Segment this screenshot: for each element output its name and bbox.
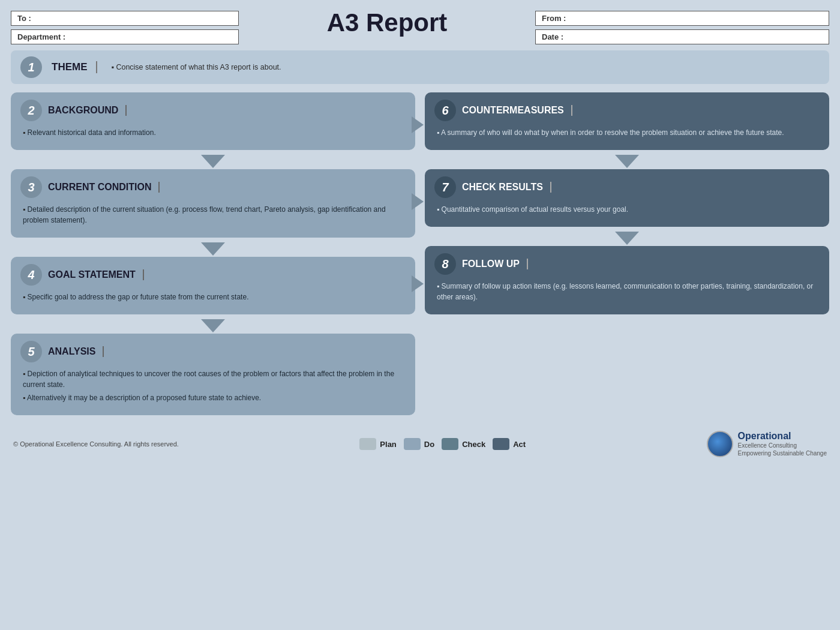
goal-statement-header: 4 GOAL STATEMENT <box>20 264 406 286</box>
do-label: Do <box>424 440 434 449</box>
follow-up-panel: 8 FOLLOW UP Summary of follow up action … <box>425 246 829 314</box>
to-label: To : <box>17 14 31 23</box>
header-right: From : Date : <box>535 11 829 44</box>
right-arrow-1 <box>412 116 424 133</box>
check-results-wrapper: 7 CHECK RESULTS Quantitative comparison … <box>425 169 829 234</box>
legend-check: Check <box>442 438 485 450</box>
check-results-body: Quantitative comparison of actual result… <box>434 204 820 215</box>
plan-box <box>359 438 376 450</box>
do-box <box>404 438 421 450</box>
follow-up-badge: 8 <box>434 253 456 275</box>
current-condition-panel: 3 CURRENT CONDITION Detailed description… <box>11 169 415 238</box>
analysis-header: 5 ANALYSIS <box>20 341 406 362</box>
date-label: Date : <box>542 32 563 41</box>
pdca-legend: Plan Do Check Act <box>359 438 526 450</box>
theme-description: Concise statement of what this A3 report… <box>112 63 281 71</box>
follow-up-wrapper: 8 FOLLOW UP Summary of follow up action … <box>425 246 829 322</box>
current-condition-title: CURRENT CONDITION <box>48 182 160 193</box>
current-condition-badge: 3 <box>20 176 42 198</box>
background-panel: 2 BACKGROUND Relevant historical data an… <box>11 92 415 150</box>
countermeasures-body: A summary of who will do what by when in… <box>434 127 820 138</box>
legend-do: Do <box>404 438 434 450</box>
legend-plan: Plan <box>359 438 396 450</box>
check-results-panel: 7 CHECK RESULTS Quantitative comparison … <box>425 169 829 227</box>
footer-logo: Operational Excellence ConsultingEmpower… <box>707 431 827 457</box>
right-column: 6 COUNTERMEASURES A summary of who will … <box>425 92 829 422</box>
countermeasures-title: COUNTERMEASURES <box>462 105 572 116</box>
theme-section: 1 THEME Concise statement of what this A… <box>11 50 829 84</box>
check-results-bullet-1: Quantitative comparison of actual result… <box>437 204 820 215</box>
header: To : Department : A3 Report From : Date … <box>11 11 829 44</box>
check-results-header: 7 CHECK RESULTS <box>434 176 820 198</box>
background-body: Relevant historical data and information… <box>20 127 406 138</box>
analysis-bullet-2: Alternatively it may be a description of… <box>23 392 406 403</box>
countermeasures-bullet-1: A summary of who will do what by when in… <box>437 127 820 138</box>
from-label: From : <box>542 14 566 23</box>
analysis-body: Depiction of analytical techniques to un… <box>20 368 406 403</box>
check-box <box>442 438 458 450</box>
act-label: Act <box>513 440 526 449</box>
countermeasures-wrapper: 6 COUNTERMEASURES A summary of who will … <box>425 92 829 157</box>
goal-statement-bullet-1: Specific goal to address the gap or futu… <box>23 292 406 302</box>
legend-act: Act <box>493 438 526 450</box>
goal-statement-wrapper: 4 GOAL STATEMENT Specific goal to addres… <box>11 257 415 322</box>
logo-main-text: Operational <box>738 431 827 442</box>
from-field: From : <box>535 11 829 26</box>
right-arrow-3 <box>412 275 424 292</box>
countermeasures-header: 6 COUNTERMEASURES <box>434 100 820 121</box>
current-condition-bullet-1: Detailed description of the current situ… <box>23 204 406 226</box>
analysis-title: ANALYSIS <box>48 346 104 357</box>
check-label: Check <box>462 440 485 449</box>
goal-statement-panel: 4 GOAL STATEMENT Specific goal to addres… <box>11 257 415 314</box>
countermeasures-panel: 6 COUNTERMEASURES A summary of who will … <box>425 92 829 150</box>
background-title: BACKGROUND <box>48 105 127 116</box>
follow-up-title: FOLLOW UP <box>462 259 528 269</box>
department-label: Department : <box>17 32 65 41</box>
right-arrow-2 <box>412 193 424 210</box>
countermeasures-badge: 6 <box>434 100 456 121</box>
logo-text: Operational Excellence ConsultingEmpower… <box>738 431 827 457</box>
current-condition-body: Detailed description of the current situ… <box>20 204 406 226</box>
background-badge: 2 <box>20 100 42 121</box>
copyright: © Operational Excellence Consulting. All… <box>13 440 179 448</box>
current-condition-header: 3 CURRENT CONDITION <box>20 176 406 198</box>
current-condition-wrapper: 3 CURRENT CONDITION Detailed description… <box>11 169 415 245</box>
background-wrapper: 2 BACKGROUND Relevant historical data an… <box>11 92 415 157</box>
background-bullet-1: Relevant historical data and information… <box>23 127 406 138</box>
department-field: Department : <box>11 29 239 44</box>
header-left: To : Department : <box>11 11 239 44</box>
date-field: Date : <box>535 29 829 44</box>
left-column: 2 BACKGROUND Relevant historical data an… <box>11 92 415 422</box>
logo-globe-icon <box>707 431 733 457</box>
follow-up-header: 8 FOLLOW UP <box>434 253 820 275</box>
follow-up-body: Summary of follow up action items (e.g. … <box>434 281 820 302</box>
logo-sub-text: Excellence ConsultingEmpowering Sustaina… <box>738 442 827 457</box>
check-results-title: CHECK RESULTS <box>462 182 551 193</box>
analysis-bullet-1: Depiction of analytical techniques to un… <box>23 368 406 390</box>
to-field: To : <box>11 11 239 26</box>
goal-statement-badge: 4 <box>20 264 42 286</box>
theme-title: THEME <box>52 61 97 73</box>
goal-statement-body: Specific goal to address the gap or futu… <box>20 292 406 302</box>
footer: © Operational Excellence Consulting. All… <box>11 431 829 457</box>
main-content: 2 BACKGROUND Relevant historical data an… <box>11 92 829 422</box>
page-title: A3 Report <box>239 8 535 37</box>
goal-statement-title: GOAL STATEMENT <box>48 269 144 280</box>
analysis-wrapper: 5 ANALYSIS Depiction of analytical techn… <box>11 334 415 422</box>
analysis-panel: 5 ANALYSIS Depiction of analytical techn… <box>11 334 415 415</box>
follow-up-bullet-1: Summary of follow up action items (e.g. … <box>437 281 820 302</box>
background-header: 2 BACKGROUND <box>20 100 406 121</box>
act-box <box>493 438 509 450</box>
plan-label: Plan <box>380 440 396 449</box>
check-results-badge: 7 <box>434 176 456 198</box>
analysis-badge: 5 <box>20 341 42 362</box>
theme-badge: 1 <box>20 56 42 78</box>
